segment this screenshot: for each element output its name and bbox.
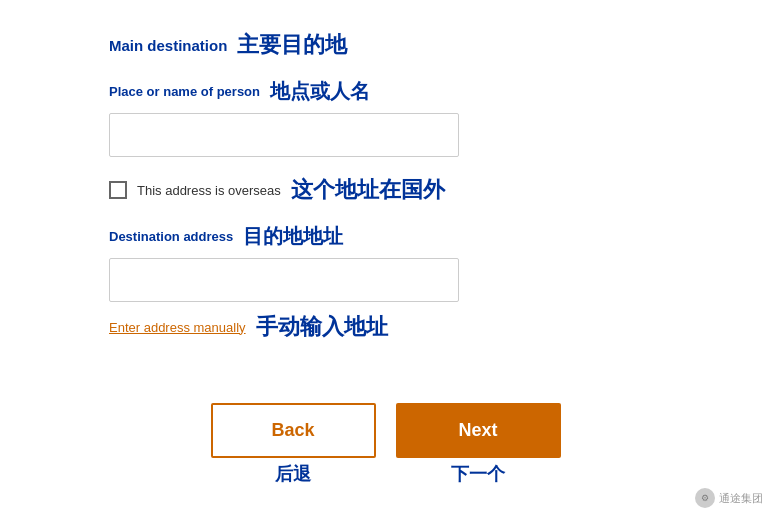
overseas-checkbox-row: This address is overseas 这个地址在国外 [109,175,662,205]
next-section: Next 下一个 [396,403,561,486]
main-destination-label-en: Main destination [109,37,227,54]
place-label-zh: 地点或人名 [270,78,370,105]
next-button[interactable]: Next [396,403,561,458]
destination-address-section: Destination address 目的地地址 [109,223,662,302]
back-section: Back 后退 [211,403,376,486]
place-label-row: Place or name of person 地点或人名 [109,78,662,105]
back-button[interactable]: Back [211,403,376,458]
dest-label-row: Destination address 目的地地址 [109,223,662,250]
overseas-label-en: This address is overseas [137,183,281,198]
place-label-en: Place or name of person [109,84,260,99]
form-area: Main destination 主要目的地 Place or name of … [0,0,771,342]
watermark-text: 通途集团 [719,491,763,506]
watermark-icon: ⚙ [695,488,715,508]
enter-address-manually-link[interactable]: Enter address manually [109,320,246,335]
main-destination-row: Main destination 主要目的地 [109,30,662,60]
next-zh-label: 下一个 [451,462,505,486]
page-container: Main destination 主要目的地 Place or name of … [0,0,771,516]
overseas-checkbox[interactable] [109,181,127,199]
bottom-nav: Back 后退 Next 下一个 [0,403,771,486]
watermark: ⚙ 通途集团 [695,488,763,508]
back-zh-label: 后退 [275,462,311,486]
place-input[interactable] [109,113,459,157]
enter-address-row: Enter address manually 手动输入地址 [109,312,662,342]
main-destination-label-zh: 主要目的地 [237,30,347,60]
overseas-label-zh: 这个地址在国外 [291,175,445,205]
dest-address-label-en: Destination address [109,229,233,244]
destination-address-input[interactable] [109,258,459,302]
dest-address-label-zh: 目的地地址 [243,223,343,250]
enter-address-zh-label: 手动输入地址 [256,312,388,342]
